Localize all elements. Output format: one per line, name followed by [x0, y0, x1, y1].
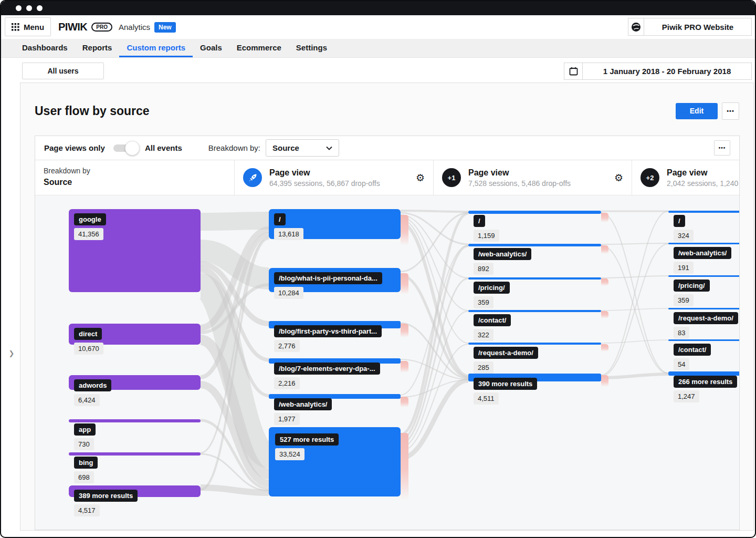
gear-icon[interactable]: ⚙: [411, 173, 425, 183]
step-badge: +2: [640, 168, 659, 187]
node-label: /request-a-demo/: [674, 312, 738, 324]
node-value: 191: [674, 262, 694, 274]
flow-node-more-sources[interactable]: 389 more results 4,517: [69, 485, 201, 497]
globe-icon[interactable]: [628, 18, 644, 36]
app-window: Menu PIWIK PRO Analytics New Piwik PRO W…: [0, 0, 756, 538]
node-value: 1,159: [474, 230, 499, 242]
step-subtitle: 2,042 sessions, 1,240 d: [667, 179, 731, 188]
flow-node-step2-pricing[interactable]: /pricing/ 359: [468, 277, 601, 280]
dropoff-bar: [401, 324, 408, 337]
flow-node-step2-home[interactable]: / 1,159: [468, 211, 601, 214]
flow-node-step3-web-analytics[interactable]: /web-analytics/ 191: [668, 243, 739, 244]
flow-node-web-analytics[interactable]: /web-analytics/ 1,977: [269, 394, 401, 399]
app-header: Menu PIWIK PRO Analytics New Piwik PRO W…: [1, 15, 755, 39]
flow-report: Page views only All events Breakdown by:…: [35, 136, 740, 530]
tab-custom-reports[interactable]: Custom reports: [119, 39, 193, 57]
dropoff-bar: [401, 273, 408, 294]
dropoff-bar: [601, 278, 608, 286]
brand-logo: PIWIK PRO Analytics New: [58, 15, 176, 39]
flow-node-step3-contact[interactable]: /contact/ 54: [668, 339, 739, 341]
tab-settings[interactable]: Settings: [289, 39, 334, 57]
grid-menu-icon: [12, 23, 19, 31]
report-more-button[interactable]: •••: [722, 102, 739, 120]
node-value: 41,356: [74, 228, 103, 240]
step-subtitle: 7,528 sessions, 5,486 drop-offs: [468, 179, 571, 188]
flow-node-step2-contact[interactable]: /contact/ 322: [468, 310, 601, 312]
toggle-knob[interactable]: [125, 141, 140, 156]
flow-node-step3-more[interactable]: 266 more results 1,247: [668, 371, 739, 376]
breakdown-by-value: Source: [44, 178, 226, 187]
node-value: 83: [674, 327, 689, 339]
node-value: 322: [474, 329, 494, 341]
flow-node-step2-more[interactable]: 390 more results 4,511: [468, 374, 601, 381]
menu-button[interactable]: Menu: [5, 17, 51, 36]
node-label: /blog/7-elements-every-dpa-...: [274, 363, 380, 375]
window-control-icon[interactable]: [37, 5, 43, 11]
node-label: /web-analytics/: [674, 247, 731, 259]
node-value: 1,977: [274, 413, 300, 425]
dropoff-bar: [401, 397, 408, 407]
flow-node-direct[interactable]: direct 10,670: [69, 324, 201, 345]
node-label: /web-analytics/: [274, 398, 332, 410]
step-subtitle: 64,395 sessions, 56,867 drop-offs: [269, 179, 380, 188]
node-label: /blog/first-party-vs-third-part...: [274, 325, 382, 337]
breakdown-label: Breakdown by:: [208, 143, 260, 152]
flow-node-app[interactable]: app 730: [69, 419, 201, 422]
flow-node-bing[interactable]: bing 698: [69, 452, 201, 456]
window-control-icon[interactable]: [26, 5, 32, 11]
step-badge: +1: [442, 168, 461, 187]
flow-node-home[interactable]: / 13,618: [269, 209, 401, 239]
date-range-picker[interactable]: 1 January 2018 - 20 February 2018: [564, 63, 752, 80]
step-headers: Breakdown by Source Page view: [35, 160, 739, 195]
flow-node-adwords[interactable]: adwords 6,424: [69, 375, 201, 390]
flow-node-google[interactable]: google 41,356: [69, 209, 201, 292]
node-value: 10,284: [274, 287, 303, 299]
site-name[interactable]: Piwik PRO Website: [644, 18, 752, 36]
node-label: /contact/: [674, 344, 711, 356]
step-title: Page view: [468, 168, 571, 178]
node-value: 285: [474, 361, 494, 374]
events-toggle[interactable]: [113, 143, 136, 153]
step-header-2: +1 Page view 7,528 sessions, 5,486 drop-…: [433, 160, 632, 195]
toggle-right-label: All events: [145, 143, 182, 152]
rocket-icon: [243, 168, 262, 187]
calendar-icon[interactable]: [564, 63, 583, 80]
edit-button[interactable]: Edit: [676, 103, 718, 119]
gear-icon[interactable]: ⚙: [609, 173, 623, 183]
brand-pro-pill: PRO: [91, 23, 112, 32]
node-value: 1,247: [674, 390, 699, 402]
node-value: 33,524: [275, 448, 304, 460]
dropoff-bar: [401, 361, 408, 373]
node-value: 2,776: [274, 340, 300, 352]
dropoff-bar: [601, 311, 608, 318]
breakdown-select[interactable]: Source: [266, 139, 339, 157]
node-label: /web-analytics/: [474, 248, 531, 260]
segment-button[interactable]: All users: [22, 63, 104, 79]
dropoff-bar: [601, 375, 608, 387]
flow-node-step3-request-demo[interactable]: /request-a-demo/ 83: [668, 308, 739, 309]
tab-dashboards[interactable]: Dashboards: [15, 39, 75, 57]
node-label: direct: [74, 328, 102, 340]
date-range-value[interactable]: 1 January 2018 - 20 February 2018: [583, 63, 752, 80]
flow-node-step2-request-demo[interactable]: /request-a-demo/ 285: [468, 343, 601, 345]
controls-more-button[interactable]: •••: [714, 140, 730, 156]
node-label: 527 more results: [275, 433, 339, 446]
step-header-1: Page view 64,395 sessions, 56,867 drop-o…: [234, 160, 433, 195]
flow-node-more-pages[interactable]: 527 more results 33,524: [269, 427, 401, 496]
flow-node-blog-pii[interactable]: /blog/what-is-pii-personal-da... 10,284: [269, 268, 401, 292]
breakdown-by-label: Breakdown by: [44, 167, 226, 175]
node-label: /pricing/: [474, 282, 510, 294]
node-value: 730: [74, 438, 94, 450]
flow-node-step3-home[interactable]: / 324: [668, 211, 739, 213]
flow-node-blog-7-elements[interactable]: /blog/7-elements-every-dpa-... 2,216: [269, 358, 401, 364]
tab-reports[interactable]: Reports: [75, 39, 120, 57]
window-control-icon[interactable]: [16, 5, 22, 11]
tab-ecommerce[interactable]: Ecommerce: [229, 39, 289, 57]
flow-node-step2-web-analytics[interactable]: /web-analytics/ 892: [468, 244, 601, 246]
flow-node-step3-pricing[interactable]: /pricing/ 359: [668, 275, 739, 277]
node-value: 10,670: [74, 343, 103, 355]
sidebar-expand-button[interactable]: ❯: [6, 348, 17, 358]
tab-goals[interactable]: Goals: [193, 39, 229, 57]
flow-node-blog-first-party[interactable]: /blog/first-party-vs-third-part... 2,776: [269, 321, 401, 328]
site-selector[interactable]: Piwik PRO Website: [628, 18, 752, 36]
